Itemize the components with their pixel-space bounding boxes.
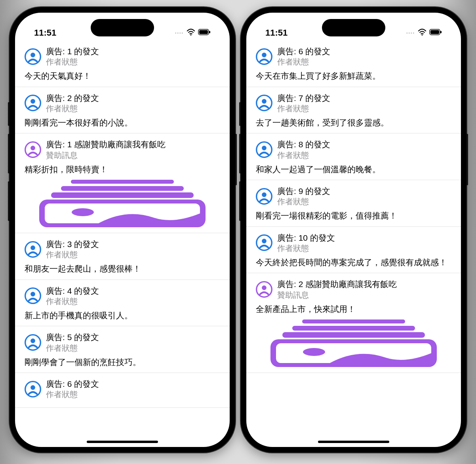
cell-body: 新上市的手機真的很吸引人。: [25, 310, 220, 321]
cell-subtitle: 作者狀態: [277, 103, 330, 114]
cell-body: 剛看完一場很精彩的電影，值得推薦！: [256, 210, 451, 221]
cell-body: 和朋友一起去爬山，感覺很棒！: [25, 263, 220, 274]
post-cell[interactable]: 廣告: 10 的發文作者狀態今天終於把長時間的專案完成了，感覺很有成就感！: [246, 227, 461, 274]
sponsor-cell[interactable]: 廣告: 1 感謝贊助廠商讓我有飯吃贊助訊息精彩折扣，限時特賣！: [15, 133, 230, 233]
wifi-icon: [418, 28, 426, 38]
cell-body: 今天在市集上買了好多新鮮蔬菜。: [256, 70, 451, 82]
status-time: 11:51: [265, 28, 288, 38]
cell-meta: 廣告: 1 的發文作者狀態: [46, 46, 99, 67]
cell-subtitle: 作者狀態: [277, 243, 335, 253]
cell-title: 廣告: 8 的發文: [277, 139, 330, 150]
post-cell[interactable]: 廣告: 3 的發文作者狀態和朋友一起去爬山，感覺很棒！: [15, 233, 230, 280]
post-cell[interactable]: 廣告: 4 的發文作者狀態新上市的手機真的很吸引人。: [15, 280, 230, 327]
cell-meta: 廣告: 9 的發文作者狀態: [277, 186, 330, 207]
cellular-dots: ••••: [175, 31, 184, 35]
home-indicator[interactable]: [87, 441, 158, 443]
post-cell[interactable]: 廣告: 2 的發文作者狀態剛剛看完一本很好看的小說。: [15, 87, 230, 134]
cell-header: 廣告: 10 的發文作者狀態: [256, 232, 451, 253]
feed-scrollview[interactable]: 廣告: 1 的發文作者狀態今天的天氣真好！廣告: 2 的發文作者狀態剛剛看完一本…: [15, 40, 230, 447]
cell-subtitle: 贊助訊息: [277, 290, 397, 300]
cell-body: 剛剛看完一本很好看的小說。: [25, 117, 220, 128]
cell-header: 廣告: 2 感謝贊助廠商讓我有飯吃贊助訊息: [256, 279, 451, 300]
cell-header: 廣告: 5 的發文作者狀態: [25, 332, 220, 353]
cell-title: 廣告: 7 的發文: [277, 93, 330, 103]
sponsor-image-icon: [254, 319, 453, 367]
cell-header: 廣告: 3 的發文作者狀態: [25, 239, 220, 260]
cell-subtitle: 作者狀態: [46, 389, 99, 399]
cell-title: 廣告: 6 的發文: [46, 378, 99, 389]
cell-meta: 廣告: 10 的發文作者狀態: [277, 232, 335, 253]
cell-subtitle: 作者狀態: [46, 343, 99, 353]
cell-header: 廣告: 2 的發文作者狀態: [25, 93, 220, 114]
cell-meta: 廣告: 1 感謝贊助廠商讓我有飯吃贊助訊息: [46, 139, 166, 160]
cell-header: 廣告: 7 的發文作者狀態: [256, 93, 451, 114]
cell-header: 廣告: 6 的發文作者狀態: [256, 46, 451, 67]
dynamic-island: [91, 19, 154, 36]
wifi-icon: [187, 28, 195, 38]
avatar-icon: [25, 334, 41, 351]
battery-icon: [429, 29, 442, 37]
avatar-icon: [256, 141, 272, 158]
cell-title: 廣告: 5 的發文: [46, 332, 99, 342]
battery-icon: [198, 29, 211, 37]
cell-header: 廣告: 6 的發文作者狀態: [25, 378, 220, 399]
cell-header: 廣告: 9 的發文作者狀態: [256, 186, 451, 207]
avatar-icon: [25, 381, 41, 397]
cell-header: 廣告: 4 的發文作者狀態: [25, 285, 220, 306]
cell-body: 去了一趟美術館，受到了很多靈感。: [256, 117, 451, 128]
post-cell[interactable]: 廣告: 7 的發文作者狀態去了一趟美術館，受到了很多靈感。: [246, 87, 461, 134]
cell-meta: 廣告: 6 的發文作者狀態: [46, 378, 99, 399]
post-cell[interactable]: 廣告: 1 的發文作者狀態今天的天氣真好！: [15, 40, 230, 87]
device-frame-right: 11:51 •••• 廣告: 6 的發文作者狀態今天在市集上買了好多新鮮蔬菜。廣…: [241, 7, 466, 453]
avatar-icon: [256, 234, 272, 251]
cell-subtitle: 作者狀態: [277, 150, 330, 160]
cell-title: 廣告: 3 的發文: [46, 239, 99, 249]
cell-header: 廣告: 1 的發文作者狀態: [25, 46, 220, 67]
cell-body: 精彩折扣，限時特賣！: [25, 164, 220, 175]
post-cell[interactable]: 廣告: 9 的發文作者狀態剛看完一場很精彩的電影，值得推薦！: [246, 180, 461, 227]
avatar-icon: [25, 141, 41, 158]
screen: 11:51 •••• 廣告: 6 的發文作者狀態今天在市集上買了好多新鮮蔬菜。廣…: [246, 13, 461, 447]
device-frame-left: 11:51 •••• 廣告: 1 的發文作者狀態今天的天氣真好！廣告: 2 的發…: [10, 7, 235, 453]
cell-title: 廣告: 6 的發文: [277, 46, 330, 57]
cell-title: 廣告: 2 感謝贊助廠商讓我有飯吃: [277, 279, 397, 289]
avatar-icon: [256, 48, 272, 65]
cell-subtitle: 作者狀態: [277, 57, 330, 67]
avatar-icon: [256, 281, 272, 298]
cell-subtitle: 作者狀態: [46, 296, 99, 306]
status-time: 11:51: [34, 28, 56, 38]
cell-body: 今天終於把長時間的專案完成了，感覺很有成就感！: [256, 257, 451, 268]
home-indicator[interactable]: [318, 441, 389, 443]
cell-meta: 廣告: 8 的發文作者狀態: [277, 139, 330, 160]
post-cell[interactable]: 廣告: 5 的發文作者狀態剛剛學會了一個新的烹飪技巧。: [15, 326, 230, 373]
post-cell[interactable]: 廣告: 6 的發文作者狀態: [15, 373, 230, 408]
dynamic-island: [322, 19, 385, 36]
sponsor-cell[interactable]: 廣告: 2 感謝贊助廠商讓我有飯吃贊助訊息全新產品上市，快來試用！: [246, 273, 461, 373]
cell-meta: 廣告: 3 的發文作者狀態: [46, 239, 99, 260]
cell-body: 剛剛學會了一個新的烹飪技巧。: [25, 356, 220, 368]
cell-subtitle: 作者狀態: [277, 196, 330, 207]
cell-body: 和家人一起過了一個溫馨的晚餐。: [256, 164, 451, 175]
post-cell[interactable]: 廣告: 8 的發文作者狀態和家人一起過了一個溫馨的晚餐。: [246, 133, 461, 180]
cell-header: 廣告: 1 感謝贊助廠商讓我有飯吃贊助訊息: [25, 139, 220, 160]
cell-meta: 廣告: 7 的發文作者狀態: [277, 93, 330, 114]
cell-title: 廣告: 1 的發文: [46, 46, 99, 57]
sponsor-image-icon: [23, 180, 222, 227]
post-cell[interactable]: 廣告: 6 的發文作者狀態今天在市集上買了好多新鮮蔬菜。: [246, 40, 461, 87]
cell-meta: 廣告: 2 的發文作者狀態: [46, 93, 99, 114]
cellular-dots: ••••: [406, 31, 415, 35]
cell-subtitle: 贊助訊息: [46, 150, 166, 160]
avatar-icon: [25, 48, 41, 65]
avatar-icon: [25, 95, 41, 111]
cell-subtitle: 作者狀態: [46, 57, 99, 67]
cell-title: 廣告: 1 感謝贊助廠商讓我有飯吃: [46, 139, 166, 150]
avatar-icon: [256, 95, 272, 111]
cell-title: 廣告: 9 的發文: [277, 186, 330, 196]
cell-title: 廣告: 2 的發文: [46, 93, 99, 103]
avatar-icon: [25, 287, 41, 304]
cell-header: 廣告: 8 的發文作者狀態: [256, 139, 451, 160]
cell-title: 廣告: 10 的發文: [277, 232, 335, 243]
avatar-icon: [256, 188, 272, 205]
feed-scrollview[interactable]: 廣告: 6 的發文作者狀態今天在市集上買了好多新鮮蔬菜。廣告: 7 的發文作者狀…: [246, 40, 461, 447]
avatar-icon: [25, 241, 41, 258]
